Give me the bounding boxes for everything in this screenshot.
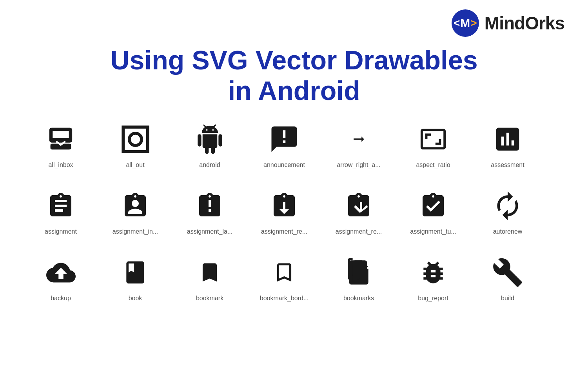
icon-label-bug-report: bug_report [418, 295, 448, 302]
icon-label-bookmarks: bookmarks [343, 295, 374, 302]
logo-text: MindOrks [485, 13, 564, 34]
assignment-late-icon [192, 188, 227, 223]
autorenew-icon [490, 188, 525, 223]
icon-item-assignment-late: assignment_la... [172, 188, 247, 235]
icon-row-1: all_inbox all_out android [24, 122, 564, 169]
icon-label-build: build [501, 295, 514, 302]
svg-point-3 [129, 133, 141, 145]
android-icon [192, 122, 227, 157]
icon-row-2: assignment assignment_in... assignment_l… [24, 188, 564, 235]
bookmark-border-icon [267, 255, 302, 290]
icon-item-assignment: assignment [24, 188, 98, 235]
icon-label-book: book [129, 295, 142, 302]
icon-label-aspect-ratio: aspect_ratio [416, 162, 450, 169]
all-inbox-icon [43, 122, 78, 157]
icon-item-autorenew: autorenew [470, 188, 545, 235]
icon-item-announcement: announcement [247, 122, 321, 169]
icon-label-all-inbox: all_inbox [48, 162, 73, 169]
icon-label-assignment-returned: assignment_re... [336, 228, 382, 235]
title-section: Using SVG Vector Drawables in Android [0, 41, 588, 122]
icon-label-bookmark-border: bookmark_bord... [260, 295, 309, 302]
icon-item-assignment-return: assignment_re... [247, 188, 321, 235]
assignment-turned-in-icon [416, 188, 451, 223]
svg-rect-2 [123, 127, 148, 152]
icon-label-arrow-right-alt: arrow_right_a... [337, 162, 380, 169]
backup-icon [43, 255, 78, 290]
icon-item-assignment-returned: assignment_re... [321, 188, 396, 235]
icon-item-build: build [470, 255, 545, 302]
build-icon [490, 255, 525, 290]
assignment-returned-icon [341, 188, 376, 223]
icon-label-bookmark: bookmark [196, 295, 223, 302]
icon-item-aspect-ratio: aspect_ratio [396, 122, 470, 169]
bookmarks-icon [341, 255, 376, 290]
icon-row-3: backup book bookmark [24, 255, 564, 302]
main-title: Using SVG Vector Drawables in Android [0, 45, 588, 106]
icon-label-assignment-ind: assignment_in... [113, 228, 158, 235]
icon-item-backup: backup [24, 255, 98, 302]
assignment-icon [43, 188, 78, 223]
icon-item-bug-report: bug_report [396, 255, 470, 302]
icon-label-android: android [199, 162, 220, 169]
icon-label-assignment: assignment [45, 228, 77, 235]
announcement-icon [267, 122, 302, 157]
icon-item-all-inbox: all_inbox [24, 122, 98, 169]
assessment-icon [490, 122, 525, 157]
icon-label-autorenew: autorenew [493, 228, 523, 235]
icon-label-announcement: announcement [263, 162, 305, 169]
icon-label-assessment: assessment [491, 162, 524, 169]
arrow-right-alt-icon [341, 122, 376, 157]
icon-label-backup: backup [51, 295, 71, 302]
icons-section: all_inbox all_out android [0, 122, 588, 302]
header: < M > MindOrks [0, 0, 588, 41]
icon-item-assignment-turned-in: assignment_tu... [396, 188, 470, 235]
all-out-icon [118, 122, 153, 157]
icon-item-assessment: assessment [470, 122, 545, 169]
icon-item-bookmark-border: bookmark_bord... [247, 255, 321, 302]
bug-report-icon [416, 255, 451, 290]
icon-label-assignment-return: assignment_re... [261, 228, 307, 235]
icon-label-assignment-turned-in: assignment_tu... [410, 228, 456, 235]
bookmark-icon [192, 255, 227, 290]
icon-item-android: android [172, 122, 247, 169]
aspect-ratio-icon [416, 122, 451, 157]
icon-item-book: book [98, 255, 172, 302]
book-icon [118, 255, 153, 290]
logo-icon: < M > [452, 9, 479, 37]
icon-item-arrow-right-alt: arrow_right_a... [321, 122, 396, 169]
icon-item-bookmarks: bookmarks [321, 255, 396, 302]
icon-item-bookmark: bookmark [172, 255, 247, 302]
icon-item-all-out: all_out [98, 122, 172, 169]
assignment-ind-icon [118, 188, 153, 223]
assignment-return-icon [267, 188, 302, 223]
icon-label-assignment-late: assignment_la... [187, 228, 233, 235]
icon-label-all-out: all_out [126, 162, 144, 169]
icon-item-assignment-ind: assignment_in... [98, 188, 172, 235]
